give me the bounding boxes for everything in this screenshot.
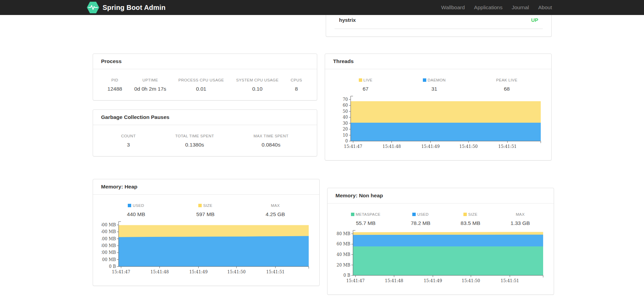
svg-text:40: 40 [342, 115, 348, 120]
metric-label: TOTAL TIME SPENT [175, 134, 214, 138]
legend-swatch [198, 204, 202, 207]
legend-peak-live: PEAK LIVE 68 [496, 78, 517, 92]
metric-label: UPTIME [134, 78, 166, 82]
nonheap-card: Memory: Non heap METASPACE 55.7 MB USED … [327, 188, 554, 295]
legend-max: MAX 1.33 GB [510, 212, 530, 226]
svg-text:15:41:50: 15:41:50 [459, 144, 478, 149]
legend-value: 83.5 MB [461, 220, 480, 226]
nav-item-about[interactable]: About [538, 4, 552, 11]
legend-value: 440 MB [127, 211, 145, 217]
svg-text:15:41:47: 15:41:47 [346, 278, 365, 283]
legend-value: 55.7 MB [351, 220, 381, 226]
metric-gc-max-time: MAX TIME SPENT 0.0840s [254, 134, 289, 148]
left-column: Process PID 12488 UPTIME 0d 0h 2m 17s PR… [93, 54, 317, 156]
svg-text:300 MB: 300 MB [102, 243, 116, 248]
legend-value: 597 MB [196, 211, 214, 217]
legend-value: 4.25 GB [266, 211, 285, 217]
heap-card: Memory: Heap USED 440 MB SIZE 597 MB MAX… [93, 179, 320, 286]
nonheap-chart: 0 B20 MB40 MB60 MB80 MB15:41:4715:41:481… [336, 230, 545, 286]
brand-title: Spring Boot Admin [103, 4, 166, 12]
svg-text:200 MB: 200 MB [102, 250, 116, 255]
legend-value: 1.33 GB [510, 220, 530, 226]
threads-card-title: Threads [325, 54, 551, 69]
legend-live: LIVE 67 [359, 78, 373, 92]
legend-size: SIZE 83.5 MB [461, 212, 480, 226]
legend-swatch [359, 78, 362, 82]
metric-value: 0.10 [236, 86, 279, 92]
legend-value: 78.2 MB [411, 220, 430, 226]
nav-item-journal[interactable]: Journal [512, 4, 529, 11]
gc-card: Garbage Collection Pauses COUNT 3 TOTAL … [93, 109, 317, 156]
svg-text:15:41:49: 15:41:49 [424, 278, 442, 283]
brand[interactable]: Spring Boot Admin [87, 2, 166, 13]
svg-text:40 MB: 40 MB [336, 252, 350, 257]
legend-size: SIZE 597 MB [196, 203, 214, 217]
legend-swatch [351, 213, 354, 216]
status-badge: UP [531, 17, 538, 23]
legend-label: USED [411, 212, 430, 216]
svg-text:15:41:51: 15:41:51 [501, 278, 519, 283]
metric-label: MAX TIME SPENT [254, 134, 289, 138]
svg-text:60: 60 [342, 103, 348, 108]
nav-links: Wallboard Applications Journal About [441, 4, 552, 11]
svg-text:0 B: 0 B [343, 273, 350, 278]
legend-label: MAX [510, 212, 530, 216]
legend-swatch [463, 213, 467, 216]
svg-text:20 MB: 20 MB [336, 263, 350, 268]
legend-swatch [423, 78, 426, 82]
legend-value: 68 [496, 86, 517, 92]
svg-text:30: 30 [342, 121, 348, 126]
gc-card-title: Garbage Collection Pauses [93, 110, 317, 125]
legend-swatch [128, 204, 131, 207]
svg-text:70: 70 [342, 97, 348, 102]
process-card-title: Process [93, 54, 317, 69]
metric-label: SYSTEM CPU USAGE [236, 78, 279, 82]
svg-text:15:41:49: 15:41:49 [421, 144, 440, 149]
svg-text:50: 50 [342, 109, 348, 114]
legend-label: PEAK LIVE [496, 78, 517, 82]
nonheap-legend: METASPACE 55.7 MB USED 78.2 MB SIZE 83.5… [336, 212, 545, 226]
legend-label: DAEMON [423, 78, 446, 82]
legend-swatch [412, 213, 416, 216]
metric-value: 0d 0h 2m 17s [134, 86, 166, 92]
metric-gc-total-time: TOTAL TIME SPENT 0.1380s [175, 134, 214, 148]
svg-text:600 MB: 600 MB [102, 223, 116, 227]
metric-uptime: UPTIME 0d 0h 2m 17s [134, 78, 166, 92]
nav-item-applications[interactable]: Applications [474, 4, 503, 11]
legend-value: 67 [359, 86, 373, 92]
legend-label: LIVE [359, 78, 373, 82]
legend-label: USED [127, 203, 145, 208]
metric-value: 12488 [107, 86, 122, 92]
process-metrics: PID 12488 UPTIME 0d 0h 2m 17s PROCESS CP… [102, 78, 308, 92]
legend-used: USED 440 MB [127, 203, 145, 217]
legend-metaspace: METASPACE 55.7 MB [351, 212, 381, 226]
brand-logo-icon [87, 2, 99, 13]
svg-text:15:41:51: 15:41:51 [498, 144, 517, 149]
metric-pid: PID 12488 [107, 78, 122, 92]
threads-chart: 01020304050607015:41:4715:41:4815:41:491… [334, 95, 543, 152]
svg-text:15:41:47: 15:41:47 [112, 270, 130, 274]
svg-text:15:41:48: 15:41:48 [150, 270, 169, 274]
svg-text:15:41:48: 15:41:48 [382, 144, 401, 149]
health-card: hystrix UP [326, 15, 552, 37]
svg-text:0: 0 [345, 139, 348, 143]
svg-text:80 MB: 80 MB [336, 231, 350, 236]
svg-text:15:41:50: 15:41:50 [227, 270, 246, 274]
svg-text:100 MB: 100 MB [102, 257, 116, 262]
metric-label: COUNT [121, 134, 136, 138]
metric-value: 0.01 [178, 86, 224, 92]
legend-max: MAX 4.25 GB [266, 203, 285, 217]
process-card: Process PID 12488 UPTIME 0d 0h 2m 17s PR… [93, 54, 317, 101]
legend-label: SIZE [461, 212, 480, 216]
nonheap-card-title: Memory: Non heap [327, 188, 554, 203]
threads-card: Threads LIVE 67 DAEMON 31 PEAK LIVE 68 [325, 54, 552, 161]
legend-label: SIZE [196, 203, 214, 208]
svg-text:15:41:50: 15:41:50 [462, 278, 480, 283]
service-name: hystrix [339, 17, 356, 23]
gc-metrics: COUNT 3 TOTAL TIME SPENT 0.1380s MAX TIM… [102, 134, 308, 148]
metric-value: 0.0840s [254, 142, 289, 148]
svg-text:15:41:48: 15:41:48 [385, 278, 403, 283]
svg-text:15:41:47: 15:41:47 [344, 144, 362, 149]
nav-item-wallboard[interactable]: Wallboard [441, 4, 465, 11]
threads-legend: LIVE 67 DAEMON 31 PEAK LIVE 68 [334, 78, 543, 92]
